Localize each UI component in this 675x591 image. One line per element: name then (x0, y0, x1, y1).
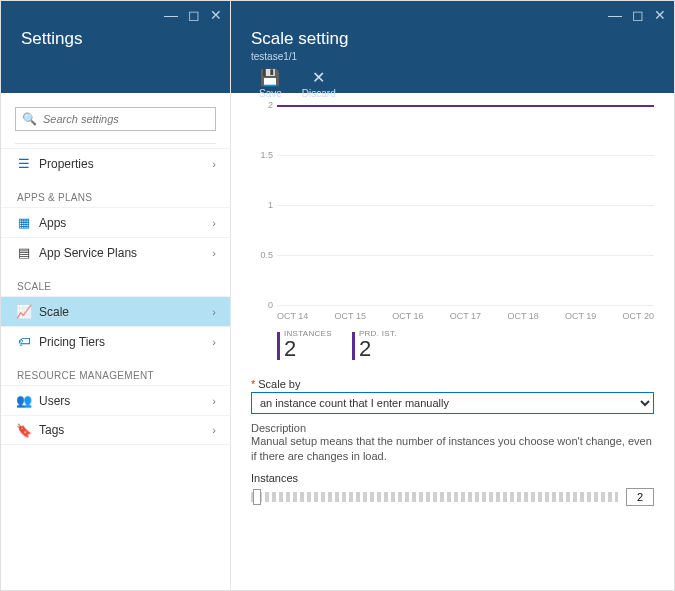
sidebar-item-app-service-plans[interactable]: ▤ App Service Plans › (1, 237, 230, 267)
maximize-icon[interactable]: ◻ (188, 7, 200, 23)
chevron-right-icon: › (212, 424, 216, 436)
sidebar-item-label: Tags (33, 423, 212, 437)
search-input[interactable] (41, 112, 209, 126)
metric-indicator-bar (277, 332, 280, 360)
sidebar-item-pricing-tiers[interactable]: 🏷 Pricing Tiers › (1, 326, 230, 356)
section-header-scale: SCALE (1, 267, 230, 296)
chevron-right-icon: › (212, 217, 216, 229)
users-icon: 👥 (15, 393, 33, 408)
section-header-resource-management: RESOURCE MANAGEMENT (1, 356, 230, 385)
search-box[interactable]: 🔍 (15, 107, 216, 131)
description-text: Manual setup means that the number of in… (251, 434, 654, 464)
x-tick: OCT 15 (335, 311, 366, 321)
metric-indicator-bar (352, 332, 355, 360)
x-tick: OCT 16 (392, 311, 423, 321)
x-tick: OCT 20 (623, 311, 654, 321)
search-icon: 🔍 (22, 112, 37, 126)
sidebar-item-properties[interactable]: ☰ Properties › (1, 148, 230, 178)
sidebar-item-users[interactable]: 👥 Users › (1, 385, 230, 415)
scale-body: 2 1.5 1 0.5 0 OCT 14 OCT 15 OCT 16 OCT 1… (231, 93, 674, 590)
app-root: ― ◻ ✕ Settings 🔍 ☰ Properties › APPS & P… (0, 0, 675, 591)
instances-value-input[interactable] (626, 488, 654, 506)
sidebar-item-label: Pricing Tiers (33, 335, 212, 349)
save-icon: 💾 (260, 70, 280, 86)
sidebar-item-label: Users (33, 394, 212, 408)
scale-subtitle: testase1/1 (231, 49, 674, 62)
y-tick: 2 (249, 100, 273, 110)
settings-blade: ― ◻ ✕ Settings 🔍 ☰ Properties › APPS & P… (1, 1, 231, 590)
pricing-icon: 🏷 (15, 334, 33, 349)
chevron-right-icon: › (212, 158, 216, 170)
metric-value: 2 (284, 338, 332, 360)
y-tick: 1 (249, 200, 273, 210)
scale-form: *Scale by an instance count that I enter… (231, 360, 674, 506)
required-icon: * (251, 378, 255, 390)
series-line-instances (277, 105, 654, 107)
divider (15, 143, 216, 144)
tags-icon: 🔖 (15, 423, 33, 438)
metric-prd-ist: PRD. IST. 2 (352, 329, 397, 360)
x-tick: OCT 18 (507, 311, 538, 321)
sidebar-item-label: Scale (33, 305, 212, 319)
maximize-icon[interactable]: ◻ (632, 7, 644, 23)
y-tick: 0.5 (249, 250, 273, 260)
scale-by-select[interactable]: an instance count that I enter manually (251, 392, 654, 414)
scale-window-controls: ― ◻ ✕ (608, 7, 666, 23)
scale-header: ― ◻ ✕ Scale setting testase1/1 💾 Save ✕ … (231, 1, 674, 93)
metric-instances: INSTANCES 2 (277, 329, 332, 360)
x-tick: OCT 17 (450, 311, 481, 321)
instances-chart: 2 1.5 1 0.5 0 OCT 14 OCT 15 OCT 16 OCT 1… (231, 93, 674, 360)
chevron-right-icon: › (212, 336, 216, 348)
scale-setting-blade: ― ◻ ✕ Scale setting testase1/1 💾 Save ✕ … (231, 1, 674, 590)
minimize-icon[interactable]: ― (608, 7, 622, 23)
plans-icon: ▤ (15, 245, 33, 260)
sidebar-item-tags[interactable]: 🔖 Tags › (1, 415, 230, 445)
x-axis: OCT 14 OCT 15 OCT 16 OCT 17 OCT 18 OCT 1… (277, 311, 654, 321)
settings-header: ― ◻ ✕ Settings (1, 1, 230, 93)
slider-thumb[interactable] (253, 489, 261, 505)
sidebar-item-scale[interactable]: 📈 Scale › (1, 296, 230, 326)
chevron-right-icon: › (212, 395, 216, 407)
description-label: Description (251, 422, 654, 434)
chart-metrics: INSTANCES 2 PRD. IST. 2 (277, 329, 658, 360)
x-tick: OCT 19 (565, 311, 596, 321)
apps-icon: ▦ (15, 215, 33, 230)
metric-value: 2 (359, 338, 397, 360)
close-icon[interactable]: ✕ (654, 7, 666, 23)
instances-slider-row (251, 488, 654, 506)
scale-by-label: *Scale by (251, 378, 654, 390)
discard-icon: ✕ (312, 70, 325, 86)
y-tick: 0 (249, 300, 273, 310)
section-header-apps-plans: APPS & PLANS (1, 178, 230, 207)
y-tick: 1.5 (249, 150, 273, 160)
sidebar-item-label: Properties (33, 157, 212, 171)
sidebar-item-label: App Service Plans (33, 246, 212, 260)
settings-body: 🔍 ☰ Properties › APPS & PLANS ▦ Apps › ▤… (1, 93, 230, 590)
close-icon[interactable]: ✕ (210, 7, 222, 23)
chart-grid: 2 1.5 1 0.5 0 (277, 105, 654, 305)
chevron-right-icon: › (212, 306, 216, 318)
minimize-icon[interactable]: ― (164, 7, 178, 23)
settings-window-controls: ― ◻ ✕ (164, 7, 222, 23)
scale-icon: 📈 (15, 304, 33, 319)
instances-label: Instances (251, 472, 654, 484)
sidebar-item-label: Apps (33, 216, 212, 230)
x-tick: OCT 14 (277, 311, 308, 321)
sidebar-item-apps[interactable]: ▦ Apps › (1, 207, 230, 237)
instances-slider[interactable] (251, 492, 618, 502)
chevron-right-icon: › (212, 247, 216, 259)
properties-icon: ☰ (15, 156, 33, 171)
